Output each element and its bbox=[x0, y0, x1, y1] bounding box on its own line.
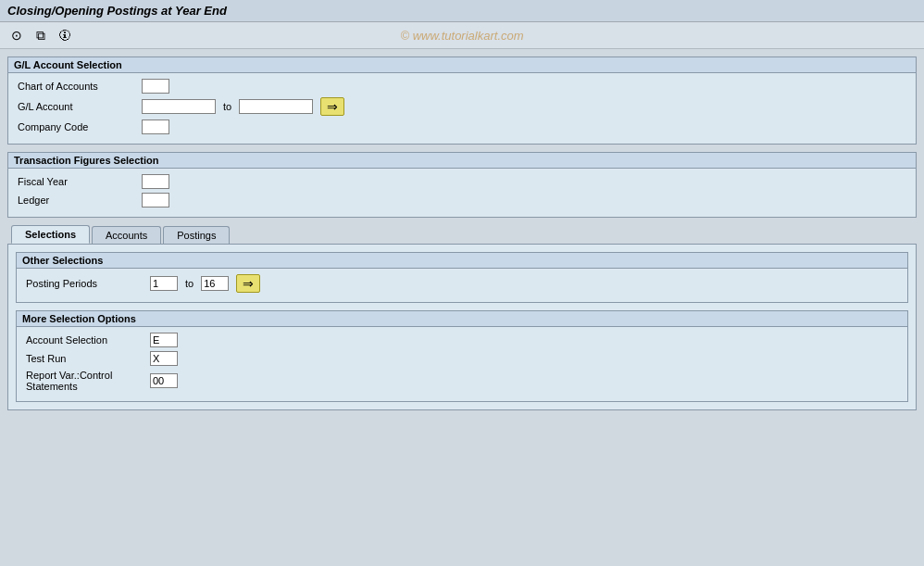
other-selections-body: Posting Periods to ⇒ bbox=[17, 269, 907, 302]
tabs-container: Selections Accounts Postings Other Selec… bbox=[7, 225, 917, 410]
chart-of-accounts-row: Chart of Accounts bbox=[18, 79, 906, 94]
ledger-label: Ledger bbox=[18, 195, 138, 206]
tab-postings[interactable]: Postings bbox=[163, 226, 230, 244]
gl-account-from-input[interactable] bbox=[142, 99, 216, 114]
posting-periods-from-input[interactable] bbox=[150, 276, 178, 291]
title-bar: Closing/Opening Postings at Year End bbox=[0, 0, 924, 22]
tab-content-selections: Other Selections Posting Periods to ⇒ Mo… bbox=[7, 244, 917, 410]
posting-periods-row: Posting Periods to ⇒ bbox=[26, 274, 898, 293]
ledger-input[interactable] bbox=[142, 193, 169, 208]
test-run-input[interactable] bbox=[150, 351, 178, 366]
tabs-row: Selections Accounts Postings bbox=[7, 225, 917, 244]
fiscal-year-label: Fiscal Year bbox=[18, 176, 138, 187]
transaction-section-title: Transaction Figures Selection bbox=[8, 153, 916, 169]
report-var-row: Report Var.:Control Statements bbox=[26, 370, 898, 392]
gl-account-row: G/L Account to ⇒ bbox=[18, 97, 906, 116]
page-title: Closing/Opening Postings at Year End bbox=[7, 4, 227, 18]
chart-of-accounts-label: Chart of Accounts bbox=[18, 81, 138, 92]
report-var-label: Report Var.:Control Statements bbox=[26, 370, 146, 392]
account-selection-row: Account Selection bbox=[26, 333, 898, 347]
more-selections-body: Account Selection Test Run Report Var.:C… bbox=[17, 327, 907, 401]
gl-account-to-input[interactable] bbox=[239, 99, 313, 114]
gl-account-to-label: to bbox=[223, 101, 231, 112]
transaction-section-body: Fiscal Year Ledger bbox=[8, 169, 916, 217]
fiscal-year-input[interactable] bbox=[142, 174, 169, 189]
company-code-row: Company Code bbox=[18, 119, 906, 134]
gl-account-section: G/L Account Selection Chart of Accounts … bbox=[7, 57, 917, 145]
posting-periods-to-input[interactable] bbox=[201, 276, 229, 291]
gl-account-section-body: Chart of Accounts G/L Account to ⇒ Compa… bbox=[8, 73, 916, 144]
tab-selections[interactable]: Selections bbox=[11, 225, 90, 244]
main-content: G/L Account Selection Chart of Accounts … bbox=[0, 49, 924, 418]
other-selections-title: Other Selections bbox=[17, 253, 907, 269]
gl-account-arrow-button[interactable]: ⇒ bbox=[320, 97, 344, 116]
toolbar: ⊙ ⧉ 🛈 © www.tutorialkart.com bbox=[0, 22, 924, 49]
clock-icon[interactable]: ⊙ bbox=[7, 26, 26, 44]
account-selection-input[interactable] bbox=[150, 333, 178, 347]
chart-of-accounts-input[interactable] bbox=[142, 79, 169, 94]
copy-icon[interactable]: ⧉ bbox=[31, 26, 50, 44]
account-selection-label: Account Selection bbox=[26, 334, 146, 346]
company-code-input[interactable] bbox=[142, 119, 169, 134]
fiscal-year-row: Fiscal Year bbox=[18, 174, 906, 189]
transaction-section: Transaction Figures Selection Fiscal Yea… bbox=[7, 152, 917, 218]
ledger-row: Ledger bbox=[18, 193, 906, 208]
gl-account-label: G/L Account bbox=[18, 101, 138, 112]
posting-periods-arrow-button[interactable]: ⇒ bbox=[236, 274, 260, 293]
watermark: © www.tutorialkart.com bbox=[400, 29, 523, 43]
other-selections-section: Other Selections Posting Periods to ⇒ bbox=[16, 252, 908, 303]
posting-periods-label: Posting Periods bbox=[26, 278, 146, 289]
test-run-label: Test Run bbox=[26, 353, 146, 364]
more-selections-title: More Selection Options bbox=[17, 311, 907, 327]
report-var-input[interactable] bbox=[150, 373, 178, 388]
tab-accounts[interactable]: Accounts bbox=[92, 226, 161, 244]
company-code-label: Company Code bbox=[18, 121, 138, 132]
more-selections-section: More Selection Options Account Selection… bbox=[16, 310, 908, 402]
gl-account-section-title: G/L Account Selection bbox=[8, 57, 916, 73]
posting-periods-to-label: to bbox=[185, 278, 194, 289]
info-icon[interactable]: 🛈 bbox=[56, 26, 74, 44]
test-run-row: Test Run bbox=[26, 351, 898, 366]
